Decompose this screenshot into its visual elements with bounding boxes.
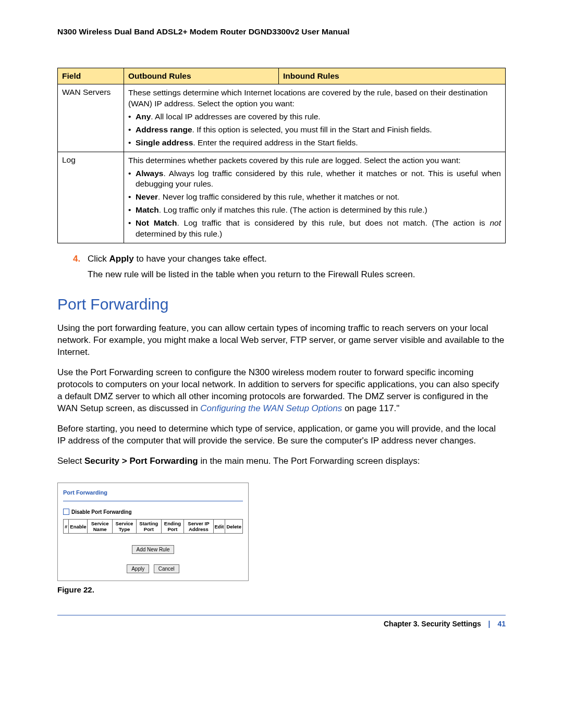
row-intro: This determines whether packets covered …	[128, 156, 461, 165]
chapter-label: Chapter 3. Security Settings	[384, 620, 481, 628]
ss-th: Ending Port	[161, 520, 184, 534]
port-forwarding-table: # Enable Service Name Service Type Start…	[63, 519, 243, 534]
document-title: N300 Wireless Dual Band ADSL2+ Modem Rou…	[57, 27, 506, 36]
step-number: 4.	[73, 254, 88, 264]
bullet-text: Address range. If this option is selecte…	[136, 125, 501, 135]
table-row: Log This determines whether packets cove…	[58, 152, 506, 243]
cell-desc: These settings determine which Internet …	[124, 84, 506, 152]
body-paragraph: Before starting, you need to determine w…	[57, 423, 506, 447]
ss-th: #	[64, 520, 69, 534]
th-outbound: Outbound Rules	[124, 68, 279, 84]
th-field: Field	[58, 68, 124, 84]
cross-reference-link[interactable]: Configuring the WAN Setup Options	[200, 403, 342, 413]
ss-th: Service Type	[112, 520, 136, 534]
section-heading: Port Forwarding	[57, 295, 506, 313]
th-inbound: Inbound Rules	[279, 68, 506, 84]
bullet-icon: •	[128, 192, 136, 203]
step-follow: The new rule will be listed in the table…	[88, 269, 506, 280]
bullet-text: Single address. Enter the required addre…	[136, 138, 501, 149]
divider	[63, 501, 243, 501]
disable-port-forwarding-checkbox[interactable]: Disable Port Forwarding	[63, 509, 243, 515]
cancel-button[interactable]: Cancel	[154, 564, 179, 573]
bullet-icon: •	[128, 138, 136, 149]
bullet-icon: •	[128, 168, 136, 190]
bullet-icon: •	[128, 205, 136, 216]
apply-button[interactable]: Apply	[127, 564, 149, 573]
bullet-text: Never. Never log traffic considered by t…	[136, 192, 501, 203]
body-paragraph: Use the Port Forwarding screen to config…	[57, 367, 506, 415]
port-forwarding-screenshot: Port Forwarding Disable Port Forwarding …	[57, 483, 249, 581]
bullet-text: Match. Log traffic only if matches this …	[136, 205, 501, 216]
figure-caption: Figure 22.	[57, 585, 506, 594]
step-text: Click Apply to have your changes take ef…	[88, 254, 506, 264]
body-paragraph: Select Security > Port Forwarding in the…	[57, 455, 506, 467]
bullet-icon: •	[128, 125, 136, 135]
rules-table: Field Outbound Rules Inbound Rules WAN S…	[57, 68, 506, 243]
page-footer: Chapter 3. Security Settings | 41	[57, 615, 506, 644]
cell-field: Log	[58, 152, 124, 243]
ss-title: Port Forwarding	[63, 489, 243, 496]
footer-separator: |	[488, 620, 491, 628]
bullet-text: Any. All local IP addresses are covered …	[136, 112, 501, 122]
bullet-text: Not Match. Log traffic that is considere…	[136, 218, 501, 240]
cell-desc: This determines whether packets covered …	[124, 152, 506, 243]
ss-th: Enable	[69, 520, 88, 534]
ss-th: Delete	[225, 520, 243, 534]
bullet-icon: •	[128, 112, 136, 122]
body-paragraph: Using the port forwarding feature, you c…	[57, 323, 506, 359]
ss-th: Starting Port	[137, 520, 161, 534]
row-intro: These settings determine which Internet …	[128, 88, 487, 108]
page-number: 41	[497, 620, 506, 628]
cell-field: WAN Servers	[58, 84, 124, 152]
checkbox-label: Disable Port Forwarding	[71, 509, 132, 515]
bullet-text: Always. Always log traffic considered by…	[136, 168, 501, 190]
ss-th: Edit	[213, 520, 225, 534]
ss-th: Server IP Address	[184, 520, 213, 534]
add-new-rule-button[interactable]: Add New Rule	[132, 545, 175, 554]
table-row: WAN Servers These settings determine whi…	[58, 84, 506, 152]
checkbox-icon	[63, 509, 69, 515]
bullet-icon: •	[128, 218, 136, 240]
ss-th: Service Name	[88, 520, 112, 534]
step-4: 4. Click Apply to have your changes take…	[73, 254, 506, 264]
